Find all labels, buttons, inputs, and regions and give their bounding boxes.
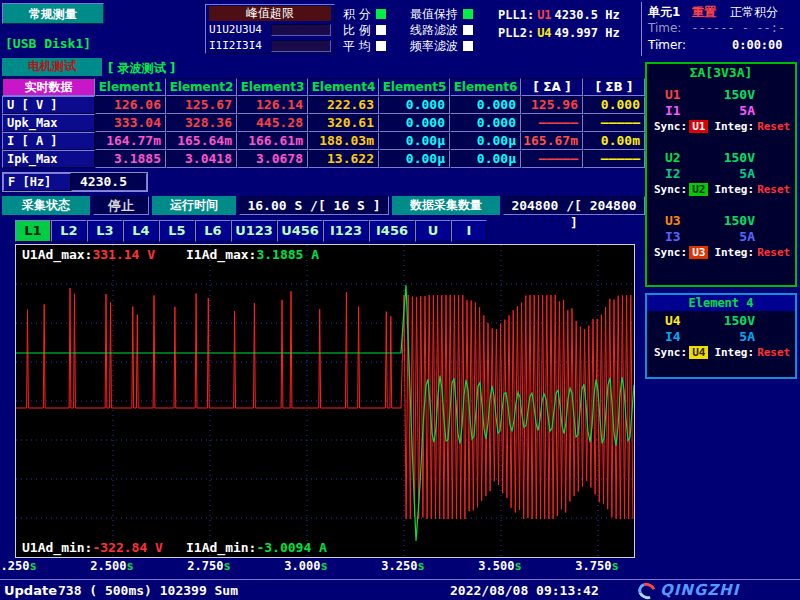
time-tick-6: 3.750s	[575, 559, 618, 573]
u3-name: U3	[665, 213, 697, 229]
time-tick-1: 2.500s	[90, 559, 133, 573]
cell-ipk-e4: 13.622	[308, 150, 379, 168]
sync2-source-badge[interactable]: U2	[689, 183, 708, 196]
integ1-reset[interactable]: Reset	[757, 120, 790, 133]
tab-l3[interactable]: L3	[87, 220, 123, 242]
integ3-label: Integ:	[714, 246, 754, 259]
motor-test-tab: 电机测试	[2, 58, 102, 76]
cell-u-e4: 222.63	[308, 96, 379, 114]
cell-u-e5: 0.000	[379, 96, 450, 114]
col-element6: Element6	[450, 78, 521, 96]
sync1-source-badge[interactable]: U1	[689, 120, 708, 133]
cell-ipk-e2: 3.0418	[166, 150, 237, 168]
integ3-reset[interactable]: Reset	[757, 246, 790, 259]
element4-panel: Element 4 U4150V I45A Sync:U4Integ:Reset	[645, 293, 797, 379]
acquisition-bar: 采集状态 停止 运行时间 16.00 S /[ 16 S ] 数据采集数量 20…	[2, 196, 645, 215]
cell-ipk-e6: 0.00μ	[450, 150, 521, 168]
tab-u123[interactable]: U123	[231, 220, 277, 242]
u2-name: U2	[665, 150, 697, 166]
peak-limit-current-row: I1I2I3I4	[209, 38, 331, 53]
logo-text: QINGZHI	[660, 581, 739, 599]
sync4-source-badge[interactable]: U4	[689, 346, 708, 359]
tab-l1[interactable]: L1	[15, 220, 51, 242]
brand-logo: QINGZHI	[638, 581, 739, 599]
waveform-plot	[16, 245, 634, 557]
integ4-reset[interactable]: Reset	[757, 346, 790, 359]
average-indicator-light	[376, 41, 386, 51]
cell-i-e2: 165.64m	[166, 132, 237, 150]
cell-u-sigma-b: 0.000	[583, 96, 645, 114]
i-max-readout: I1Ad_max:3.1885 A	[186, 247, 319, 262]
peak-limit-current-indicator	[271, 40, 331, 52]
peak-limit-current-label: I1I2I3I4	[209, 39, 271, 52]
row-label-ipk-max: Ipk_Max	[2, 150, 95, 168]
motor-test-label: 电机测试	[28, 59, 76, 73]
col-element5: Element5	[379, 78, 450, 96]
channel-3: U3150V I35A Sync:U3Integ:Reset	[647, 213, 795, 262]
cell-u-e1: 126.06	[95, 96, 166, 114]
time-tick-3: 3.000s	[284, 559, 327, 573]
acq-status-value: 停止	[93, 196, 149, 215]
ratio-indicator-light	[376, 25, 386, 35]
indicator-column-2: 最值保持 线路滤波 频率滤波	[410, 6, 473, 54]
ratio-indicator-label: 比 例	[343, 22, 371, 39]
cell-u-sigma-a: 125.96	[521, 96, 583, 114]
col-sigma-a: [ ΣA ]	[521, 78, 583, 96]
u-max-readout: U1Ad_max:331.14 V	[22, 247, 155, 262]
max-hold-indicator-light	[463, 9, 473, 19]
col-sigma-b: [ ΣB ]	[583, 78, 645, 96]
sync3-source-badge[interactable]: U3	[689, 246, 708, 259]
cell-i-e1: 164.77m	[95, 132, 166, 150]
sync4-label: Sync:	[654, 346, 687, 359]
peak-over-limit-box: 峰值超限 U1U2U3U4 I1I2I3I4	[205, 4, 335, 54]
line-filter-indicator-light	[463, 25, 473, 35]
reset-button[interactable]: 重置	[692, 5, 716, 19]
sync3-label: Sync:	[654, 246, 687, 259]
tab-i123[interactable]: I123	[323, 220, 369, 242]
integration-indicator-light	[376, 9, 386, 19]
u-min-value: -322.84 V	[92, 540, 162, 555]
cell-i-e3: 166.61m	[237, 132, 308, 150]
element4-title: Element 4	[647, 295, 795, 311]
waveform-panel: U1Ad_max:331.14 V I1Ad_max:3.1885 A U1Ad…	[15, 244, 635, 558]
cell-ipk-e5: 0.00μ	[379, 150, 450, 168]
runtime-label: 运行时间	[152, 196, 236, 215]
channel-4: U4150V I45A Sync:U4Integ:Reset	[647, 313, 795, 362]
i2-range: 5A	[697, 166, 755, 182]
u-min-label: U1Ad_min:	[22, 540, 92, 555]
i1-range: 5A	[697, 103, 755, 119]
integ4-label: Integ:	[714, 346, 754, 359]
tab-l5[interactable]: L5	[159, 220, 195, 242]
tab-i456[interactable]: I456	[369, 220, 415, 242]
cell-i-e4: 188.03m	[308, 132, 379, 150]
tab-u456[interactable]: U456	[277, 220, 323, 242]
cell-upk-e5: 0.000	[379, 114, 450, 132]
sigma-a-title: ΣA[3V3A]	[647, 64, 795, 81]
u3-range: 150V	[697, 213, 755, 229]
datetime: 2022/08/08 09:13:42	[450, 583, 599, 598]
tab-l4[interactable]: L4	[123, 220, 159, 242]
cell-ipk-e1: 3.1885	[95, 150, 166, 168]
frequency-value: 4230.5	[71, 173, 147, 191]
tab-i[interactable]: I	[451, 220, 487, 242]
integration-status: 正常积分	[730, 5, 778, 19]
update-label: Update	[4, 583, 57, 598]
integration-indicator-label: 积 分	[343, 6, 371, 23]
cell-upk-sigma-b: —————	[583, 114, 645, 132]
sample-count-label: 数据采集数量	[392, 196, 500, 215]
u4-range: 150V	[697, 313, 755, 329]
row-label-voltage: U [ V ]	[2, 96, 95, 114]
wave-tab-bar: L1 L2 L3 L4 L5 L6 U123 U456 I123 I456 U …	[15, 220, 487, 242]
i3-range: 5A	[697, 229, 755, 245]
i2-name: I2	[665, 166, 697, 182]
integ2-reset[interactable]: Reset	[757, 183, 790, 196]
tab-l6[interactable]: L6	[195, 220, 231, 242]
col-element4: Element4	[308, 78, 379, 96]
tab-l2[interactable]: L2	[51, 220, 87, 242]
time-tick-0: 2.250s	[0, 559, 37, 573]
i1-name: I1	[665, 103, 697, 119]
tab-u[interactable]: U	[415, 220, 451, 242]
max-hold-indicator-label: 最值保持	[410, 6, 458, 23]
cell-u-e6: 0.000	[450, 96, 521, 114]
timer-label: Timer:	[648, 38, 686, 52]
